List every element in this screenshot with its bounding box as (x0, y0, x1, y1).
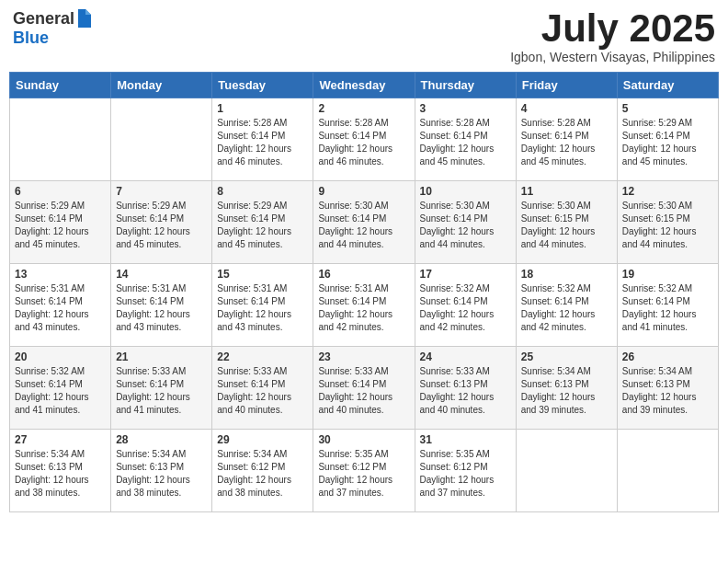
calendar-cell: 15Sunrise: 5:31 AM Sunset: 6:14 PM Dayli… (212, 264, 313, 347)
day-info: Sunrise: 5:31 AM Sunset: 6:14 PM Dayligh… (116, 282, 207, 334)
calendar-cell: 11Sunrise: 5:30 AM Sunset: 6:15 PM Dayli… (516, 181, 617, 264)
day-number: 18 (521, 268, 612, 281)
day-number: 7 (116, 185, 207, 198)
day-number: 23 (318, 350, 409, 363)
day-info: Sunrise: 5:29 AM Sunset: 6:14 PM Dayligh… (217, 200, 308, 251)
calendar-cell: 5Sunrise: 5:29 AM Sunset: 6:14 PM Daylig… (617, 98, 718, 181)
day-info: Sunrise: 5:34 AM Sunset: 6:13 PM Dayligh… (521, 365, 612, 417)
day-number: 31 (420, 433, 511, 446)
calendar-cell: 20Sunrise: 5:32 AM Sunset: 6:14 PM Dayli… (10, 347, 111, 430)
day-info: Sunrise: 5:33 AM Sunset: 6:14 PM Dayligh… (217, 365, 308, 417)
calendar-cell: 4Sunrise: 5:28 AM Sunset: 6:14 PM Daylig… (516, 98, 617, 181)
calendar-cell: 26Sunrise: 5:34 AM Sunset: 6:13 PM Dayli… (617, 347, 718, 430)
day-info: Sunrise: 5:30 AM Sunset: 6:14 PM Dayligh… (318, 200, 409, 251)
calendar-cell: 3Sunrise: 5:28 AM Sunset: 6:14 PM Daylig… (415, 98, 516, 181)
calendar-cell: 1Sunrise: 5:28 AM Sunset: 6:14 PM Daylig… (212, 98, 313, 181)
weekday-saturday: Saturday (617, 73, 718, 98)
weekday-wednesday: Wednesday (313, 73, 415, 98)
day-info: Sunrise: 5:33 AM Sunset: 6:14 PM Dayligh… (116, 365, 207, 417)
weekday-header-row: SundayMondayTuesdayWednesdayThursdayFrid… (10, 73, 719, 98)
weekday-tuesday: Tuesday (212, 73, 313, 98)
day-info: Sunrise: 5:33 AM Sunset: 6:14 PM Dayligh… (318, 365, 409, 417)
day-number: 20 (15, 350, 106, 363)
day-info: Sunrise: 5:34 AM Sunset: 6:12 PM Dayligh… (217, 448, 308, 500)
calendar-cell: 22Sunrise: 5:33 AM Sunset: 6:14 PM Dayli… (212, 347, 313, 430)
day-number: 6 (15, 185, 106, 198)
day-number: 30 (318, 433, 409, 446)
calendar-cell (617, 430, 718, 512)
day-number: 10 (420, 185, 511, 198)
calendar-cell: 17Sunrise: 5:32 AM Sunset: 6:14 PM Dayli… (415, 264, 516, 347)
day-info: Sunrise: 5:32 AM Sunset: 6:14 PM Dayligh… (15, 365, 106, 417)
weekday-sunday: Sunday (10, 73, 111, 98)
day-number: 5 (622, 102, 713, 115)
day-number: 14 (116, 268, 207, 281)
day-info: Sunrise: 5:34 AM Sunset: 6:13 PM Dayligh… (622, 365, 713, 417)
calendar-cell: 16Sunrise: 5:31 AM Sunset: 6:14 PM Dayli… (313, 264, 415, 347)
calendar-table: SundayMondayTuesdayWednesdayThursdayFrid… (9, 72, 719, 512)
day-info: Sunrise: 5:28 AM Sunset: 6:14 PM Dayligh… (521, 117, 612, 168)
calendar-week-2: 6Sunrise: 5:29 AM Sunset: 6:14 PM Daylig… (10, 181, 719, 264)
calendar-cell: 9Sunrise: 5:30 AM Sunset: 6:14 PM Daylig… (313, 181, 415, 264)
calendar-cell (111, 98, 212, 181)
day-number: 27 (15, 433, 106, 446)
day-info: Sunrise: 5:29 AM Sunset: 6:14 PM Dayligh… (622, 117, 713, 168)
day-info: Sunrise: 5:35 AM Sunset: 6:12 PM Dayligh… (420, 448, 511, 500)
calendar-cell (10, 98, 111, 181)
day-info: Sunrise: 5:31 AM Sunset: 6:14 PM Dayligh… (15, 282, 106, 334)
weekday-friday: Friday (516, 73, 617, 98)
calendar-week-4: 20Sunrise: 5:32 AM Sunset: 6:14 PM Dayli… (10, 347, 719, 430)
day-number: 13 (15, 268, 106, 281)
calendar-cell: 29Sunrise: 5:34 AM Sunset: 6:12 PM Dayli… (212, 430, 313, 512)
day-number: 12 (622, 185, 713, 198)
calendar-cell: 10Sunrise: 5:30 AM Sunset: 6:14 PM Dayli… (415, 181, 516, 264)
day-info: Sunrise: 5:28 AM Sunset: 6:14 PM Dayligh… (318, 117, 409, 168)
logo-general: General (13, 10, 74, 29)
calendar-week-5: 27Sunrise: 5:34 AM Sunset: 6:13 PM Dayli… (10, 430, 719, 512)
logo: General Blue (13, 9, 93, 48)
svg-marker-1 (85, 9, 91, 15)
day-number: 4 (521, 102, 612, 115)
calendar-cell: 7Sunrise: 5:29 AM Sunset: 6:14 PM Daylig… (111, 181, 212, 264)
calendar-cell: 21Sunrise: 5:33 AM Sunset: 6:14 PM Dayli… (111, 347, 212, 430)
day-info: Sunrise: 5:32 AM Sunset: 6:14 PM Dayligh… (622, 282, 713, 334)
day-number: 28 (116, 433, 207, 446)
title-block: July 2025 Igbon, Western Visayas, Philip… (510, 9, 715, 64)
calendar-cell: 24Sunrise: 5:33 AM Sunset: 6:13 PM Dayli… (415, 347, 516, 430)
day-number: 16 (318, 268, 409, 281)
day-info: Sunrise: 5:32 AM Sunset: 6:14 PM Dayligh… (420, 282, 511, 334)
day-info: Sunrise: 5:33 AM Sunset: 6:13 PM Dayligh… (420, 365, 511, 417)
calendar-cell: 14Sunrise: 5:31 AM Sunset: 6:14 PM Dayli… (111, 264, 212, 347)
day-number: 3 (420, 102, 511, 115)
day-info: Sunrise: 5:28 AM Sunset: 6:14 PM Dayligh… (420, 117, 511, 168)
calendar-cell: 28Sunrise: 5:34 AM Sunset: 6:13 PM Dayli… (111, 430, 212, 512)
calendar-body: 1Sunrise: 5:28 AM Sunset: 6:14 PM Daylig… (10, 98, 719, 512)
calendar-cell: 25Sunrise: 5:34 AM Sunset: 6:13 PM Dayli… (516, 347, 617, 430)
calendar-cell: 19Sunrise: 5:32 AM Sunset: 6:14 PM Dayli… (617, 264, 718, 347)
weekday-thursday: Thursday (415, 73, 516, 98)
day-number: 1 (217, 102, 308, 115)
calendar-cell: 31Sunrise: 5:35 AM Sunset: 6:12 PM Dayli… (415, 430, 516, 512)
day-number: 22 (217, 350, 308, 363)
weekday-monday: Monday (111, 73, 212, 98)
day-number: 8 (217, 185, 308, 198)
day-info: Sunrise: 5:29 AM Sunset: 6:14 PM Dayligh… (116, 200, 207, 251)
calendar-cell: 6Sunrise: 5:29 AM Sunset: 6:14 PM Daylig… (10, 181, 111, 264)
calendar-cell: 23Sunrise: 5:33 AM Sunset: 6:14 PM Dayli… (313, 347, 415, 430)
calendar-cell: 8Sunrise: 5:29 AM Sunset: 6:14 PM Daylig… (212, 181, 313, 264)
day-number: 11 (521, 185, 612, 198)
calendar-cell (516, 430, 617, 512)
day-number: 19 (622, 268, 713, 281)
day-info: Sunrise: 5:29 AM Sunset: 6:14 PM Dayligh… (15, 200, 106, 251)
calendar-week-1: 1Sunrise: 5:28 AM Sunset: 6:14 PM Daylig… (10, 98, 719, 181)
day-number: 29 (217, 433, 308, 446)
day-info: Sunrise: 5:34 AM Sunset: 6:13 PM Dayligh… (15, 448, 106, 500)
calendar-cell: 30Sunrise: 5:35 AM Sunset: 6:12 PM Dayli… (313, 430, 415, 512)
calendar-cell: 13Sunrise: 5:31 AM Sunset: 6:14 PM Dayli… (10, 264, 111, 347)
day-number: 15 (217, 268, 308, 281)
day-info: Sunrise: 5:30 AM Sunset: 6:15 PM Dayligh… (622, 200, 713, 251)
calendar-cell: 27Sunrise: 5:34 AM Sunset: 6:13 PM Dayli… (10, 430, 111, 512)
day-info: Sunrise: 5:34 AM Sunset: 6:13 PM Dayligh… (116, 448, 207, 500)
calendar-cell: 2Sunrise: 5:28 AM Sunset: 6:14 PM Daylig… (313, 98, 415, 181)
day-number: 26 (622, 350, 713, 363)
